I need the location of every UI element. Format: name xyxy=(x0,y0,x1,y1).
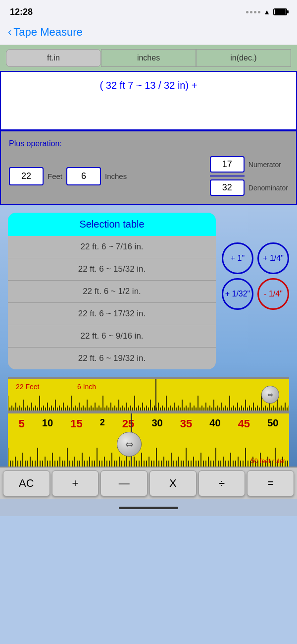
selection-row-0[interactable]: 22 ft. 6 ~ 7/16 in. xyxy=(8,236,216,258)
denominator-label: Denominator xyxy=(248,184,288,192)
numerator-input[interactable] xyxy=(210,156,245,173)
wide-handle-circle: ⇔ xyxy=(117,432,142,457)
narrow-ruler: 22 Feet 6 Inch ⇔ xyxy=(8,377,289,412)
back-button[interactable]: ‹ Tape Measure xyxy=(8,26,289,39)
wide-ruler-handle[interactable]: ⇔ xyxy=(117,432,142,457)
ruler-num-15: 15 xyxy=(70,417,82,430)
calc-multiply-button[interactable]: X xyxy=(149,470,197,496)
inches-input[interactable] xyxy=(66,167,101,185)
tab-ft-in[interactable]: ft.in xyxy=(6,49,101,67)
selection-row-3[interactable]: 22 ft. 6 ~ 17/32 in. xyxy=(8,303,216,325)
home-bar xyxy=(119,507,178,509)
signal-dot-4 xyxy=(258,11,260,13)
wide-ruler: 5 10 15 2 25 30 35 40 45 50 ⇔ 50 feet ru… xyxy=(8,412,289,467)
fraction-group: Numerator Denominator xyxy=(210,156,288,196)
ruler-num-50: 50 xyxy=(267,417,278,430)
calc-buttons: AC + — X ÷ = xyxy=(0,467,297,499)
ruler-num-45: 45 xyxy=(238,417,250,430)
tab-inches[interactable]: inches xyxy=(101,49,196,67)
wide-ruler-footer: 50 feet ruler xyxy=(251,457,285,465)
ruler-num-30: 30 xyxy=(151,417,162,430)
selection-row-1[interactable]: 22 ft. 6 ~ 15/32 in. xyxy=(8,258,216,281)
denominator-input[interactable] xyxy=(210,179,245,196)
ruler-num-40: 40 xyxy=(209,417,220,430)
calc-minus-button[interactable]: — xyxy=(100,470,148,496)
ruler-vertical-line xyxy=(155,379,156,410)
calc-ac-button[interactable]: AC xyxy=(3,470,50,496)
nav-bar: ‹ Tape Measure xyxy=(0,22,297,45)
ruler-num-10: 10 xyxy=(42,417,53,430)
selection-table: Selection table 22 ft. 6 ~ 7/16 in. 22 f… xyxy=(8,213,216,369)
wide-ruler-numbers: 5 10 15 2 25 30 35 40 45 50 xyxy=(8,417,289,430)
ruler-num-35: 35 xyxy=(180,417,192,430)
battery-icon xyxy=(273,8,287,15)
selection-row-4[interactable]: 22 ft. 6 ~ 9/16 in. xyxy=(8,325,216,348)
circle-row-1: + 1" + 1/4" xyxy=(222,242,289,274)
tab-in-dec[interactable]: in(dec.) xyxy=(196,49,291,67)
calc-equals-button[interactable]: = xyxy=(247,470,294,496)
display-area: ( 32 ft 7 ~ 13 / 32 in) + xyxy=(0,71,297,130)
plus-1in-button[interactable]: + 1" xyxy=(222,242,253,274)
calc-divide-button[interactable]: ÷ xyxy=(198,470,246,496)
display-text: ( 32 ft 7 ~ 13 / 32 in) + xyxy=(100,80,198,91)
minus-quarter-in-button[interactable]: - 1/4" xyxy=(257,278,289,310)
selection-table-header: Selection table xyxy=(8,213,216,236)
tab-bar: ft.in inches in(dec.) xyxy=(0,45,297,71)
ruler-num-25: 25 xyxy=(122,417,134,430)
circle-buttons: + 1" + 1/4" + 1/32" - 1/4" xyxy=(222,213,289,310)
feet-input[interactable] xyxy=(9,167,44,185)
signal-dot-3 xyxy=(254,11,256,13)
fraction-divider xyxy=(210,176,245,176)
plus-32nd-in-button[interactable]: + 1/32" xyxy=(222,278,253,310)
ruler-handle-circle: ⇔ xyxy=(261,386,279,404)
ruler-handle[interactable]: ⇔ xyxy=(261,386,279,404)
operation-label: Plus operation: xyxy=(9,139,288,148)
ruler-inch-label: 6 Inch xyxy=(77,383,96,391)
operation-inputs: Feet Inches Numerator Denominator xyxy=(9,156,288,196)
feet-label: Feet xyxy=(48,172,62,180)
operation-panel: Plus operation: Feet Inches Numerator De… xyxy=(0,130,297,205)
signal-dots xyxy=(246,11,260,13)
selection-row-5[interactable]: 22 ft. 6 ~ 19/32 in. xyxy=(8,348,216,369)
inches-label: Inches xyxy=(105,172,127,180)
signal-dot-1 xyxy=(246,11,248,13)
selection-container: Selection table 22 ft. 6 ~ 7/16 in. 22 f… xyxy=(8,213,289,369)
plus-quarter-in-button[interactable]: + 1/4" xyxy=(257,242,289,274)
selection-row-2[interactable]: 22 ft. 6 ~ 1/2 in. xyxy=(8,281,216,303)
ruler-num-20: 2 xyxy=(100,417,105,430)
narrow-ruler-ticks xyxy=(8,393,289,410)
denominator-row: Denominator xyxy=(210,179,288,196)
ruler-num-5: 5 xyxy=(19,417,25,430)
home-indicator xyxy=(0,499,297,516)
status-icons: ▲ xyxy=(246,8,287,16)
back-chevron-icon: ‹ xyxy=(8,27,11,38)
numerator-row: Numerator xyxy=(210,156,281,173)
numerator-label: Numerator xyxy=(248,161,281,169)
back-title: Tape Measure xyxy=(13,26,82,39)
signal-dot-2 xyxy=(250,11,252,13)
circle-row-2: + 1/32" - 1/4" xyxy=(222,278,289,310)
wifi-icon: ▲ xyxy=(263,8,270,16)
status-time: 12:28 xyxy=(10,7,33,17)
wide-ruler-svg xyxy=(8,447,289,467)
blue-section: Selection table 22 ft. 6 ~ 7/16 in. 22 f… xyxy=(0,205,297,467)
ruler-feet-label: 22 Feet xyxy=(16,383,39,391)
calc-plus-button[interactable]: + xyxy=(52,470,99,496)
status-bar: 12:28 ▲ xyxy=(0,0,297,22)
narrow-ruler-svg xyxy=(8,393,289,410)
